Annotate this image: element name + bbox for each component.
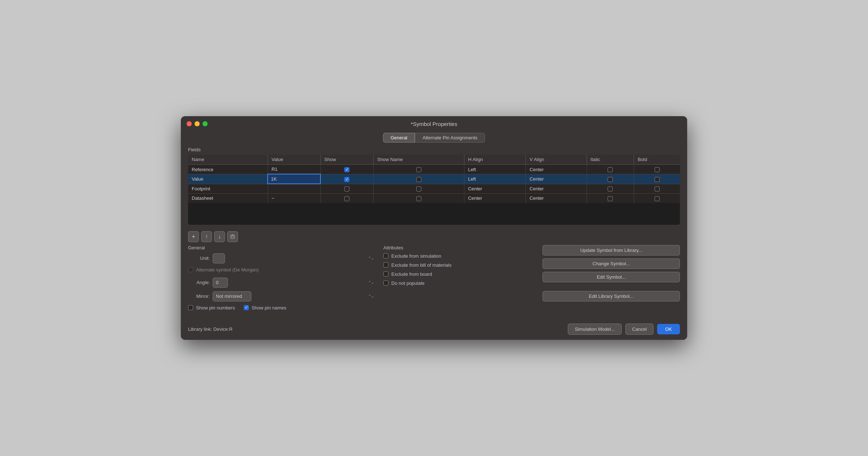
exclude-bom-checkbox[interactable] (383, 262, 388, 267)
angle-select[interactable]: 0 (213, 278, 228, 288)
cell-show-name[interactable] (373, 165, 464, 174)
cell-italic[interactable] (587, 165, 634, 174)
move-down-button[interactable]: ↓ (214, 231, 225, 242)
cell-value[interactable] (268, 184, 320, 194)
tabs-row: General Alternate Pin Assignments (181, 130, 687, 147)
col-name: Name (188, 155, 268, 165)
general-section: General Unit: Alternate symbol (De Morga… (188, 245, 376, 313)
cancel-button[interactable]: Cancel (625, 324, 654, 335)
cell-bold[interactable] (634, 184, 680, 194)
ok-button[interactable]: OK (657, 324, 680, 334)
cell-show[interactable] (320, 184, 373, 194)
do-not-populate-checkbox[interactable] (383, 280, 388, 286)
unit-label: Unit: (188, 256, 210, 261)
cell-italic[interactable] (587, 174, 634, 184)
cell-bold[interactable] (634, 165, 680, 174)
mirror-select[interactable]: Not mirrored Mirror X Mirror Y (213, 291, 251, 301)
exclude-simulation-checkbox[interactable] (383, 253, 388, 258)
exclude-board-checkbox[interactable] (383, 271, 388, 276)
exclude-board-label: Exclude from board (391, 271, 432, 277)
show-checkbox[interactable] (344, 167, 349, 172)
cell-value[interactable]: R1 (268, 165, 320, 174)
empty-table-area (188, 203, 680, 225)
add-row-button[interactable]: + (188, 231, 199, 242)
traffic-lights (187, 121, 208, 126)
cell-value-input[interactable]: 1K (268, 174, 320, 184)
cell-show-name[interactable] (373, 194, 464, 203)
edit-symbol-button[interactable]: Edit Symbol... (542, 272, 680, 282)
cell-bold[interactable] (634, 194, 680, 203)
tab-general[interactable]: General (383, 133, 415, 143)
tab-alternate-pin[interactable]: Alternate Pin Assignments (415, 133, 485, 143)
library-link-label: Library link: (188, 326, 212, 332)
minimize-button[interactable] (195, 121, 200, 126)
update-symbol-button[interactable]: Update Symbol from Library... (542, 245, 680, 256)
alt-symbol-checkbox[interactable] (188, 267, 193, 272)
show-pin-numbers-label: Show pin numbers (196, 305, 235, 311)
bold-checkbox[interactable] (655, 177, 660, 182)
show-name-checkbox[interactable] (416, 186, 421, 191)
unit-row: Unit: (188, 253, 376, 263)
angle-label: Angle: (188, 280, 210, 285)
bold-checkbox[interactable] (655, 196, 660, 201)
cell-bold[interactable] (634, 174, 680, 184)
cell-v-align: Center (526, 174, 587, 184)
table-row[interactable]: Footprint Center Center (188, 184, 680, 194)
two-col-layout: General Unit: Alternate symbol (De Morga… (188, 245, 680, 313)
cell-italic[interactable] (587, 194, 634, 203)
alt-symbol-row: Alternate symbol (De Morgan) (188, 267, 376, 273)
col-h-align: H Align (464, 155, 526, 165)
show-checkbox[interactable] (344, 186, 349, 191)
show-pin-names-row: Show pin names (244, 305, 286, 311)
maximize-button[interactable] (203, 121, 208, 126)
edit-library-symbol-button[interactable]: Edit Library Symbol... (542, 291, 680, 301)
symbol-properties-window: *Symbol Properties General Alternate Pin… (181, 116, 687, 339)
action-buttons-section: Update Symbol from Library... Change Sym… (542, 245, 680, 313)
cell-show-name[interactable] (373, 184, 464, 194)
mirror-row: Mirror: Not mirrored Mirror X Mirror Y (188, 291, 376, 301)
show-name-checkbox[interactable] (416, 196, 421, 201)
library-link-value: Device:R (213, 326, 233, 332)
bold-checkbox[interactable] (655, 186, 660, 191)
table-row[interactable]: Value 1K Left Center (188, 174, 680, 184)
move-up-button[interactable]: ↑ (201, 231, 212, 242)
fields-table: Name Value Show Show Name H Align V Alig… (188, 155, 680, 203)
attr-exclude-bom: Exclude from bill of materials (383, 262, 535, 268)
table-header-row: Name Value Show Show Name H Align V Alig… (188, 155, 680, 165)
delete-row-button[interactable] (227, 231, 238, 242)
show-name-checkbox[interactable] (416, 177, 421, 182)
show-pin-names-checkbox[interactable] (244, 305, 249, 310)
cell-show-name[interactable] (373, 174, 464, 184)
col-bold: Bold (634, 155, 680, 165)
show-pin-names-label: Show pin names (252, 305, 286, 311)
library-link: Library link: Device:R (188, 326, 568, 332)
cell-show[interactable] (320, 174, 373, 184)
cell-name: Footprint (188, 184, 268, 194)
col-show-name: Show Name (373, 155, 464, 165)
italic-checkbox[interactable] (608, 177, 613, 182)
show-name-checkbox[interactable] (416, 167, 421, 172)
italic-checkbox[interactable] (608, 186, 613, 191)
window-title: *Symbol Properties (411, 121, 457, 127)
italic-checkbox[interactable] (608, 167, 613, 172)
show-checkbox[interactable] (344, 177, 349, 182)
table-row[interactable]: Reference R1 Left Center (188, 165, 680, 174)
table-row[interactable]: Datasheet ~ Center Center (188, 194, 680, 203)
col-value: Value (268, 155, 320, 165)
cell-italic[interactable] (587, 184, 634, 194)
change-symbol-button[interactable]: Change Symbol... (542, 258, 680, 269)
show-pin-numbers-row: Show pin numbers (188, 305, 235, 311)
close-button[interactable] (187, 121, 192, 126)
cell-show[interactable] (320, 194, 373, 203)
cell-h-align: Center (464, 194, 526, 203)
unit-select[interactable] (213, 253, 225, 263)
cell-value[interactable]: ~ (268, 194, 320, 203)
simulation-model-button[interactable]: Simulation Model... (568, 324, 622, 335)
show-pin-numbers-checkbox[interactable] (188, 305, 193, 310)
bold-checkbox[interactable] (655, 167, 660, 172)
italic-checkbox[interactable] (608, 196, 613, 201)
cell-show[interactable] (320, 165, 373, 174)
cell-v-align: Center (526, 194, 587, 203)
show-checkbox[interactable] (344, 196, 349, 201)
cell-v-align: Center (526, 165, 587, 174)
